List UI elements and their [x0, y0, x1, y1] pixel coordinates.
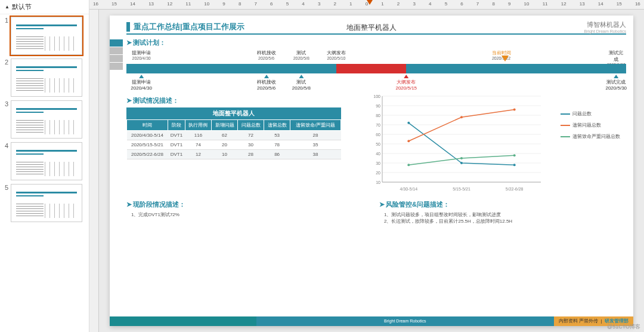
- slide-thumbnail[interactable]: [11, 184, 82, 222]
- bullet-icon: ➤: [379, 201, 385, 208]
- timeline-milestone: 样机接收2020/5/6: [257, 75, 276, 91]
- thumbnail-list: 1 2 3 4 5: [0, 14, 89, 228]
- vtab-summary[interactable]: 重点工作总结: [110, 39, 123, 47]
- timeline-milestone: 样机接收2020/5/6: [257, 50, 276, 60]
- timeline-milestone: 测试完成2020/5/30: [605, 75, 627, 91]
- watermark: @51CTO博客: [607, 323, 640, 331]
- table-header: 遗留总数: [264, 120, 290, 131]
- bullet-icon: ➤: [126, 201, 132, 208]
- thumb-number: 2: [2, 59, 11, 66]
- svg-point-25: [407, 122, 410, 124]
- table-header: 时间: [127, 120, 168, 131]
- slide-title: 重点工作总结|重点项目工作展示: [134, 21, 244, 32]
- table-row: 2020/5/22-6/28DVT11210288638: [127, 150, 341, 159]
- footer-confidential: 内部资料 严禁外传: [559, 318, 598, 324]
- footer-seg-mid: Bright Dream Robotics: [256, 316, 554, 326]
- table-title: 地面整平机器人: [126, 107, 341, 119]
- section-plan-title: ➤测试计划：: [126, 38, 626, 47]
- company-logo: 博智林机器人 Bright Dream Robotics: [584, 20, 626, 33]
- svg-point-29: [460, 116, 463, 118]
- timeline-milestone: 提测申请2020/4/30: [131, 75, 152, 91]
- timeline-bar: [126, 64, 626, 73]
- test-data-table: 时间阶段执行用例新增问题问题总数遗留总数遗留致命/严重问题 2020/4/30-…: [126, 119, 341, 159]
- svg-point-28: [407, 140, 410, 142]
- slide-subtitle: 地面整平机器人: [346, 23, 397, 33]
- risk-text-1: 1、测试问题较多，项目组整改时间较长，影响测试进度: [379, 211, 626, 218]
- timeline-delay-segment: [336, 64, 406, 73]
- legend-item: 遗留问题总数: [561, 122, 626, 128]
- vtab-dept[interactable]: 部门建设进展: [110, 47, 123, 55]
- vertical-ruler[interactable]: [89, 10, 99, 332]
- legend-item: 遗留致命严重问题总数: [561, 133, 626, 140]
- table-header: 阶段: [168, 120, 185, 131]
- timeline-milestone: 测试2020/5/8: [293, 50, 309, 60]
- svg-point-33: [513, 154, 516, 156]
- section-status-title: ➤现阶段情况描述：: [126, 200, 373, 209]
- logo-en: Bright Dream Robotics: [584, 29, 626, 33]
- svg-text:5/22-6/28: 5/22-6/28: [506, 187, 524, 191]
- timeline: 提测申请2020/4/30样机接收2020/5/6测试2020/5/8大纲发布2…: [126, 50, 626, 90]
- timeline-milestone: 提测申请2020/4/30: [132, 50, 151, 60]
- section-desc-title: ➤测试情况描述：: [126, 96, 341, 105]
- table-header: 问题总数: [238, 120, 264, 131]
- svg-text:100: 100: [373, 94, 380, 99]
- bullet-icon: ➤: [126, 39, 132, 46]
- ruler-origin-icon: [367, 0, 373, 5]
- slide-viewport[interactable]: 重点工作总结|重点项目工作展示 地面整平机器人 博智林机器人 Bright Dr…: [99, 10, 644, 332]
- thumb-number: 3: [2, 100, 11, 107]
- vtab-suggest[interactable]: 协调及建议事项: [110, 63, 123, 70]
- svg-point-27: [513, 164, 516, 166]
- section-risk-title: ➤风险管控&问题描述：: [379, 200, 626, 209]
- risk-text-2: 2、长运测试，故障较多，目前累计25.5H，总故障时间12.5H: [379, 218, 626, 225]
- slide-thumbnail[interactable]: [11, 17, 82, 55]
- thumb-number: 4: [2, 142, 11, 149]
- current-time-marker-icon: [501, 56, 509, 62]
- status-text: 1、完成DVT1测试72%: [126, 211, 373, 218]
- timeline-milestone: 大纲发布2020/5/10: [327, 50, 346, 60]
- svg-text:40: 40: [376, 152, 380, 156]
- slide-thumbnail[interactable]: [11, 100, 82, 139]
- svg-text:20: 20: [376, 171, 380, 175]
- table-header: 遗留致命/严重问题: [290, 120, 341, 131]
- slide-thumbnail[interactable]: [11, 142, 82, 180]
- vtab-lab[interactable]: 实验室建设: [110, 55, 123, 63]
- slide-thumbnail[interactable]: [11, 59, 82, 97]
- legend-item: 问题总数: [561, 110, 626, 117]
- svg-point-30: [513, 108, 516, 110]
- slide-footer: Bright Dream Robotics 内部资料 严禁外传 | 研发管理部: [110, 316, 633, 326]
- slide-content[interactable]: 重点工作总结|重点项目工作展示 地面整平机器人 博智林机器人 Bright Dr…: [110, 16, 633, 326]
- table-row: 2020/5/15-5/21DVT17420307835: [127, 140, 341, 150]
- svg-text:10: 10: [376, 180, 380, 185]
- timeline-milestone: 大纲发布2020/5/15: [395, 75, 417, 91]
- svg-text:50: 50: [376, 142, 380, 146]
- collapse-icon: ▲: [5, 4, 10, 10]
- vertical-tabs: 重点工作总结 部门建设进展 实验室建设 协调及建议事项: [110, 39, 123, 70]
- svg-text:4/30-5/14: 4/30-5/14: [400, 187, 418, 191]
- thumb-number: 5: [2, 184, 11, 191]
- chart-legend: 问题总数遗留问题总数遗留致命严重问题总数: [561, 93, 626, 194]
- table-header: 执行用例: [185, 120, 211, 131]
- chart-svg: 1020304050607080901004/30-5/145/15-5/215…: [347, 93, 561, 194]
- horizontal-ruler[interactable]: 1615141312111098765432101234567891011121…: [89, 0, 644, 10]
- timeline-milestone: 测试2020/5/8: [292, 75, 311, 91]
- bullet-icon: ➤: [126, 97, 132, 104]
- section-header[interactable]: ▲ 默认节: [0, 0, 89, 14]
- svg-text:30: 30: [376, 161, 380, 165]
- table-row: 2020/4/30-5/14DVT111662725328: [127, 131, 341, 140]
- svg-text:60: 60: [376, 133, 380, 137]
- svg-text:5/15-5/21: 5/15-5/21: [453, 187, 470, 191]
- footer-seg-left: [110, 316, 256, 326]
- svg-text:80: 80: [376, 113, 380, 118]
- section-label: 默认节: [12, 2, 32, 11]
- slide-panel: ▲ 默认节 1 2 3 4 5: [0, 0, 89, 332]
- svg-point-26: [460, 162, 463, 164]
- thumb-number: 1: [2, 17, 11, 24]
- svg-point-31: [407, 164, 410, 166]
- svg-point-32: [460, 157, 463, 159]
- editor-canvas: 1615141312111098765432101234567891011121…: [89, 0, 644, 332]
- title-marker-icon: [126, 22, 130, 32]
- svg-text:70: 70: [376, 123, 380, 127]
- logo-cn: 博智林机器人: [584, 20, 626, 29]
- table-header: 新增问题: [212, 120, 238, 131]
- trend-chart: 1020304050607080901004/30-5/145/15-5/215…: [347, 93, 626, 194]
